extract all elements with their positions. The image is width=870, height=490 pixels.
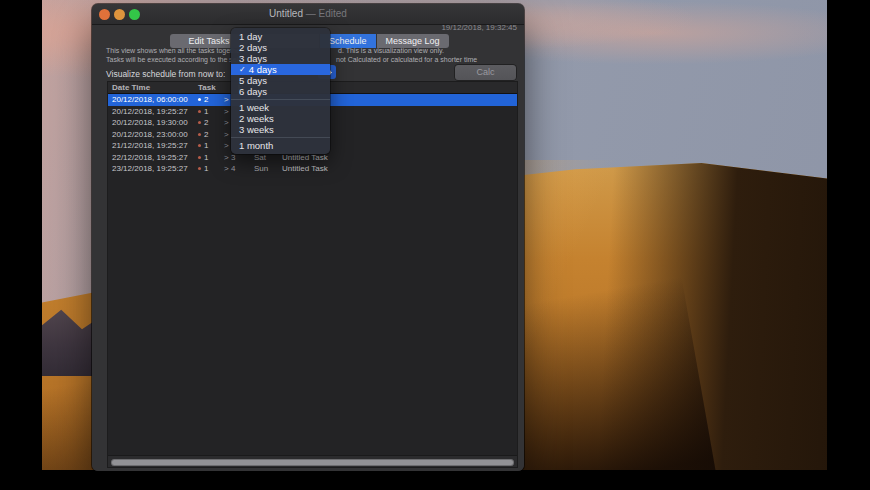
cell-task: 1 bbox=[198, 152, 224, 164]
menu-item-3-weeks[interactable]: 3 weeks bbox=[231, 124, 330, 135]
description-line1-left: This view shows when all the tasks toget… bbox=[106, 47, 242, 54]
menu-item-1-day[interactable]: 1 day bbox=[231, 31, 330, 42]
table-row[interactable]: 23/12/2018, 19:25:271> 4SunUntitled Task bbox=[108, 163, 517, 175]
description-line1-right: d. This is a visualization view only. bbox=[338, 47, 444, 54]
column-header-date-time[interactable]: Date Time bbox=[112, 82, 198, 93]
menu-item-5-days[interactable]: 5 days bbox=[231, 75, 330, 86]
minimize-button[interactable] bbox=[114, 9, 125, 20]
duration-dropdown-menu: 1 day2 days3 days✓4 days5 days6 days1 we… bbox=[231, 28, 330, 154]
cell-datetime: 20/12/2018, 23:00:00 bbox=[112, 129, 198, 141]
cell-datetime: 22/12/2018, 19:25:27 bbox=[112, 152, 198, 164]
visualize-schedule-label: Visualize schedule from now to: bbox=[106, 69, 225, 79]
tab-message-log[interactable]: Message Log bbox=[377, 34, 449, 48]
menu-separator bbox=[231, 135, 330, 140]
menu-item-1-week[interactable]: 1 week bbox=[231, 102, 330, 113]
checkmark-icon: ✓ bbox=[239, 65, 246, 74]
column-header-task[interactable]: Task bbox=[198, 82, 224, 93]
task-dot-icon bbox=[198, 98, 201, 101]
menu-item-3-days[interactable]: 3 days bbox=[231, 53, 330, 64]
cell-datetime: 20/12/2018, 06:00:00 bbox=[112, 94, 198, 106]
description-line2-left: Tasks will be executed according to the … bbox=[106, 56, 242, 63]
cell-task: 2 bbox=[198, 129, 224, 141]
task-dot-icon bbox=[198, 133, 201, 136]
close-button[interactable] bbox=[99, 9, 110, 20]
desktop: Untitled — Edited 19/12/2018, 19:32:45 E… bbox=[0, 0, 870, 490]
menu-item-6-days[interactable]: 6 days bbox=[231, 86, 330, 97]
cell-period: > 4 bbox=[224, 163, 254, 175]
task-dot-icon bbox=[198, 110, 201, 113]
menu-separator bbox=[231, 97, 330, 102]
window-title-edited: — Edited bbox=[306, 8, 347, 19]
cell-task: 2 bbox=[198, 117, 224, 129]
cell-task-name: Untitled Task bbox=[282, 163, 517, 175]
cell-datetime: 21/12/2018, 19:25:27 bbox=[112, 140, 198, 152]
cell-datetime: 20/12/2018, 19:30:00 bbox=[112, 117, 198, 129]
menu-item-2-weeks[interactable]: 2 weeks bbox=[231, 113, 330, 124]
current-timestamp: 19/12/2018, 19:32:45 bbox=[441, 25, 517, 32]
cell-datetime: 20/12/2018, 19:25:27 bbox=[112, 106, 198, 118]
horizontal-scrollbar-thumb[interactable] bbox=[111, 459, 514, 466]
cell-task: 2 bbox=[198, 94, 224, 106]
traffic-lights bbox=[99, 9, 140, 20]
titlebar[interactable]: Untitled — Edited bbox=[92, 4, 524, 25]
menu-item-1-month[interactable]: 1 month bbox=[231, 140, 330, 151]
cell-day: Sun bbox=[254, 163, 282, 175]
cell-task: 1 bbox=[198, 163, 224, 175]
task-dot-icon bbox=[198, 121, 201, 124]
zoom-button[interactable] bbox=[129, 9, 140, 20]
cell-datetime: 23/12/2018, 19:25:27 bbox=[112, 163, 198, 175]
menu-item-4-days[interactable]: ✓4 days bbox=[231, 64, 330, 75]
menu-item-2-days[interactable]: 2 days bbox=[231, 42, 330, 53]
task-dot-icon bbox=[198, 156, 201, 159]
horizontal-scrollbar[interactable] bbox=[108, 455, 517, 467]
task-dot-icon bbox=[198, 167, 201, 170]
description-line2-right: not Calculated or calculated for a short… bbox=[336, 56, 477, 63]
cell-task: 1 bbox=[198, 106, 224, 118]
calc-button[interactable]: Calc bbox=[455, 65, 516, 80]
cell-task: 1 bbox=[198, 140, 224, 152]
task-dot-icon bbox=[198, 144, 201, 147]
window-title: Untitled bbox=[269, 8, 303, 19]
